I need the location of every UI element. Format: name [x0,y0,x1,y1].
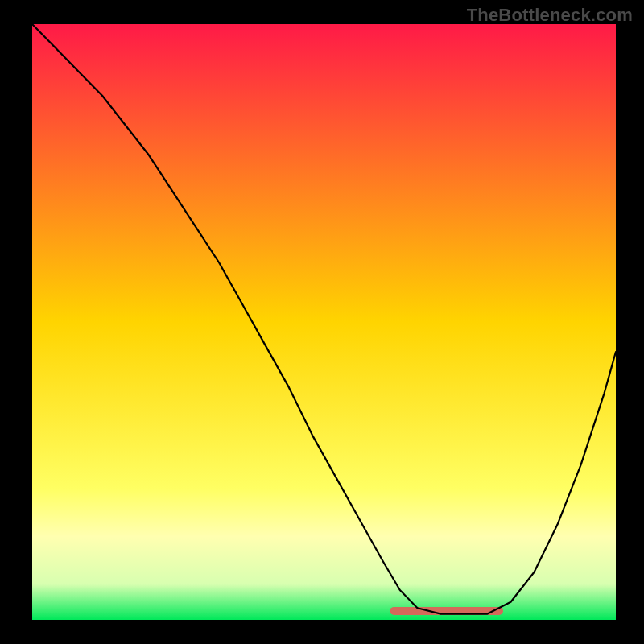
chart-frame: TheBottleneck.com [0,0,644,644]
chart-canvas [0,0,644,644]
gradient-background [32,24,616,620]
